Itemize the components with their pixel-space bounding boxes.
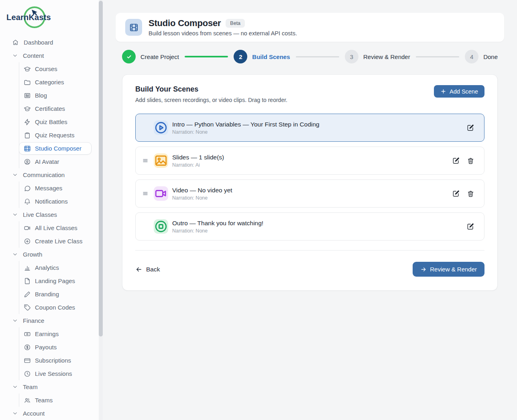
edit-scene-button[interactable] [466,222,474,230]
step-circle: 3 [345,50,358,63]
stop-circle-icon [154,219,168,234]
scene-row-slides[interactable]: Slides — 1 slide(s)Narration: Ai [135,147,484,175]
sidebar-nav: DashboardContentCoursesCategoriesBlogCer… [0,36,103,420]
sidebar-item-payouts[interactable]: Payouts [24,340,103,354]
sidebar-item-label: Account [23,410,45,417]
clipboard-icon [24,132,31,139]
sidebar-item-create-live-class[interactable]: Create Live Class [24,234,103,248]
sidebar-group-communication: MessagesNotifications [19,181,103,208]
chevron-down-icon [12,212,18,218]
page-header: Studio Composer Beta Build lesson videos… [116,13,504,42]
back-button[interactable]: Back [135,266,160,273]
user-circle-icon [24,158,31,165]
sidebar-item-blog[interactable]: Blog [24,89,103,102]
sidebar-item-earnings[interactable]: Earnings [24,327,103,340]
trash-icon [467,190,474,198]
delete-scene-button[interactable] [467,157,474,165]
delete-scene-button[interactable] [467,190,474,198]
sidebar-item-growth[interactable]: Growth [0,248,103,261]
sidebar-item-live-classes[interactable]: Live Classes [0,208,103,221]
bar-chart-icon [24,264,31,271]
sidebar-group-finance: EarningsPayoutsSubscriptionsLive Session… [19,327,103,380]
sidebar-item-team[interactable]: Team [0,380,103,393]
edit-scene-button[interactable] [466,124,474,132]
scene-narration: Narration: None [172,228,263,234]
edit-scene-button[interactable] [452,190,460,198]
step-build-scenes[interactable]: 2Build Scenes [234,50,290,63]
page-title: Studio Composer [149,18,221,29]
step-label: Done [483,53,498,60]
step-review-render[interactable]: 3Review & Render [345,50,410,63]
play-circle-tile [154,120,168,135]
sidebar-item-courses[interactable]: Courses [24,62,103,75]
sidebar-item-certificates[interactable]: Certificates [24,102,103,115]
grip-icon [142,190,149,197]
sidebar-item-label: Live Sessions [35,370,72,377]
add-scene-button[interactable]: Add Scene [434,85,484,98]
file-icon [24,277,31,285]
sidebar-item-studio-composer[interactable]: Studio Composer [19,142,92,155]
scene-row-intro[interactable]: Intro — Python Variables — Your First St… [135,114,484,142]
scene-title: Slides — 1 slide(s) [172,154,224,161]
arrow-left-icon [135,266,142,273]
users-icon [24,397,31,404]
logo: LearnKasts [0,0,103,35]
sidebar-item-quiz-requests[interactable]: Quiz Requests [24,128,103,142]
sidebar-group-team: Teams [19,393,103,407]
sidebar-item-all-live-classes[interactable]: All Live Classes [24,221,103,234]
sidebar-item-account[interactable]: Account [0,407,103,420]
scene-row-outro[interactable]: Outro — Thank you for watching!Narration… [135,212,484,241]
sidebar-item-finance[interactable]: Finance [0,314,103,327]
sidebar-group-live-classes: All Live ClassesCreate Live Class [19,221,103,248]
video-cam-tile [154,186,168,201]
sidebar-item-teams[interactable]: Teams [24,393,103,407]
sidebar-item-communication[interactable]: Communication [0,168,103,181]
main-content: Studio Composer Beta Build lesson videos… [103,0,517,420]
sidebar-item-coupon-codes[interactable]: Coupon Codes [24,301,103,314]
arrow-right-icon [420,266,427,273]
sidebar-item-live-sessions[interactable]: Live Sessions [24,367,103,380]
drag-handle[interactable] [142,190,149,197]
chevron-down-icon [12,410,18,416]
drag-handle[interactable] [142,157,149,164]
sidebar-item-branding[interactable]: Branding [24,287,103,301]
check-icon [126,53,132,60]
folder-icon [24,79,31,86]
edit-scene-button[interactable] [452,157,460,165]
scene-row-video[interactable]: Video — No video yetNarration: None [135,179,484,208]
edit-icon [466,124,474,132]
sidebar-item-quiz-battles[interactable]: Quiz Battles [24,115,103,128]
step-connector [185,56,228,57]
image-icon [154,153,168,168]
page-subtitle: Build lesson videos from scenes — no ext… [149,30,297,37]
sidebar-scrollbar[interactable] [99,0,103,420]
review-render-button[interactable]: Review & Render [413,262,484,277]
scene-narration: Narration: None [172,129,320,135]
film-icon [125,19,142,36]
graduation-cap-icon [24,105,31,112]
sidebar-item-label: Teams [35,397,53,404]
sidebar-item-dashboard[interactable]: Dashboard [0,36,103,49]
add-scene-label: Add Scene [450,88,478,95]
dollar-circle-icon [24,344,31,351]
sidebar-item-label: Blog [35,92,47,99]
sidebar-item-categories[interactable]: Categories [24,75,103,89]
film-icon [24,145,31,152]
sidebar-item-label: Earnings [35,330,59,337]
edit-icon [466,222,474,230]
logo-text: LearnKasts [6,13,51,22]
sidebar-scrollbar-thumb[interactable] [99,1,103,336]
step-create-project[interactable]: Create Project [122,50,179,63]
sidebar-item-subscriptions[interactable]: Subscriptions [24,354,103,367]
edit-icon [452,190,460,198]
sidebar-item-content[interactable]: Content [0,49,103,62]
sidebar-group-growth: AnalyticsLanding PagesBrandingCoupon Cod… [19,261,103,314]
sidebar-item-notifications[interactable]: Notifications [24,195,103,208]
sidebar-item-analytics[interactable]: Analytics [24,261,103,274]
sidebar-item-label: Branding [35,291,59,298]
sidebar-item-messages[interactable]: Messages [24,181,103,195]
step-done[interactable]: 4Done [465,50,498,63]
sidebar-item-ai-avatar[interactable]: AI Avatar [24,155,103,168]
sidebar-item-landing-pages[interactable]: Landing Pages [24,274,103,287]
scene-list: Intro — Python Variables — Your First St… [135,114,484,241]
